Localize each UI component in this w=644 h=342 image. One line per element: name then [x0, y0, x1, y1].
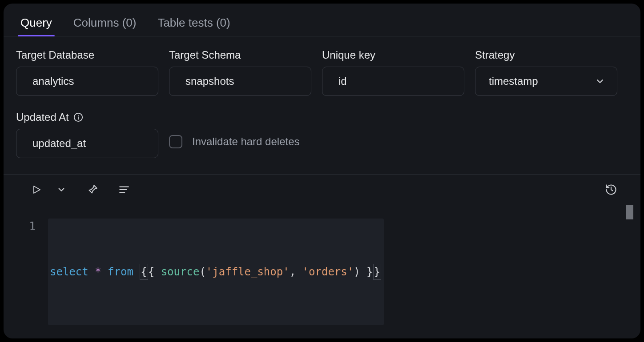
- token-paren-close: ): [354, 264, 360, 279]
- token-comma: ,: [290, 264, 302, 279]
- history-icon[interactable]: [604, 183, 618, 197]
- scrollbar-thumb[interactable]: [626, 205, 633, 219]
- token-space: [133, 264, 140, 279]
- token-function: source: [161, 264, 200, 279]
- tab-query[interactable]: Query: [20, 16, 52, 36]
- label-target-database: Target Database: [16, 49, 158, 61]
- input-unique-key[interactable]: [322, 67, 464, 96]
- field-strategy: Strategy timestamp: [475, 49, 617, 96]
- info-icon: [73, 112, 83, 122]
- svg-marker-3: [34, 186, 40, 193]
- token-brace-close: }: [373, 264, 381, 280]
- config-panel: Query Columns (0) Table tests (0) Target…: [4, 4, 640, 338]
- pin-icon[interactable]: [85, 183, 100, 197]
- token-brace-open: {: [140, 264, 148, 280]
- token-star: *: [89, 264, 108, 279]
- label-unique-key: Unique key: [322, 49, 464, 61]
- chevron-down-icon[interactable]: [54, 183, 68, 197]
- editor-toolbar: [4, 175, 640, 205]
- token-string: 'orders': [302, 264, 354, 279]
- field-invalidate: Invalidate hard deletes: [169, 111, 300, 158]
- token-paren-open: (: [199, 264, 205, 279]
- field-unique-key: Unique key: [322, 49, 464, 96]
- select-strategy-value: timestamp: [489, 75, 538, 87]
- label-strategy: Strategy: [475, 49, 617, 61]
- code-editor[interactable]: 1 select * from { { source ( 'jaffle_sho…: [4, 205, 640, 338]
- select-strategy[interactable]: timestamp: [475, 67, 617, 96]
- checkbox-invalidate-hard-deletes[interactable]: [169, 135, 182, 148]
- input-target-schema[interactable]: [169, 67, 311, 96]
- run-icon[interactable]: [29, 183, 44, 197]
- format-icon[interactable]: [117, 183, 131, 197]
- tab-table-tests[interactable]: Table tests (0): [157, 16, 230, 36]
- field-target-schema: Target Schema: [169, 49, 311, 96]
- chevron-down-icon: [595, 76, 605, 87]
- line-number: 1: [26, 219, 48, 325]
- tab-bar: Query Columns (0) Table tests (0): [4, 4, 640, 36]
- label-updated-at: Updated At: [16, 111, 158, 123]
- label-invalidate-hard-deletes: Invalidate hard deletes: [192, 135, 300, 148]
- input-updated-at[interactable]: [16, 129, 158, 158]
- token-brace-open: {: [148, 264, 161, 279]
- label-target-schema: Target Schema: [169, 49, 311, 61]
- label-updated-at-text: Updated At: [16, 111, 69, 123]
- field-target-database: Target Database: [16, 49, 158, 96]
- svg-point-2: [78, 115, 79, 116]
- code-line-1[interactable]: select * from { { source ( 'jaffle_shop'…: [48, 219, 384, 325]
- fields-area: Target Database Target Schema Unique key…: [4, 36, 640, 175]
- token-brace-close: }: [360, 264, 373, 279]
- token-string: 'jaffle_shop': [206, 264, 290, 279]
- token-keyword: from: [108, 264, 133, 279]
- token-keyword: select: [50, 264, 89, 279]
- field-updated-at: Updated At: [16, 111, 158, 158]
- input-target-database[interactable]: [16, 67, 158, 96]
- tab-columns[interactable]: Columns (0): [73, 16, 137, 36]
